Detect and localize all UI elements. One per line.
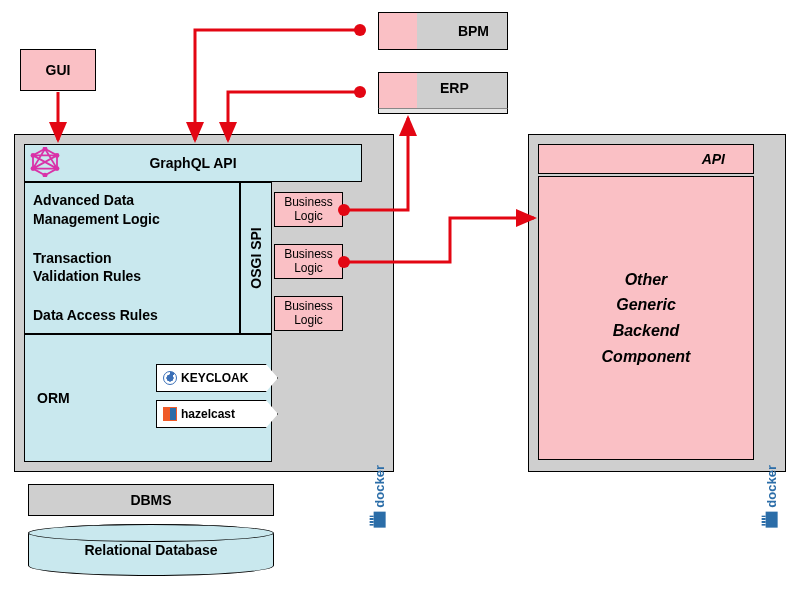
svg-point-2	[55, 153, 60, 158]
keycloak-label: KEYCLOAK	[181, 371, 248, 385]
other-text: Other Generic Backend Component	[602, 267, 691, 369]
other-l4: Component	[602, 344, 691, 370]
adv-line-5: Data Access Rules	[33, 306, 231, 325]
erp-db-strip	[378, 108, 508, 114]
hazelcast-tag: hazelcast	[156, 400, 278, 428]
advanced-logic-box: Advanced Data Management Logic Transacti…	[24, 182, 240, 334]
osgi-label: OSGI SPI	[248, 227, 264, 288]
adv-line-2: Management Logic	[33, 210, 231, 229]
bpm-label: BPM	[458, 23, 489, 39]
gui-label: GUI	[46, 62, 71, 78]
svg-point-5	[31, 166, 36, 171]
svg-point-3	[55, 166, 60, 171]
graphql-api-box: GraphQL API	[24, 144, 362, 182]
db-cylinder: Relational Database	[28, 524, 274, 576]
business-logic-1: Business Logic	[274, 192, 343, 227]
relational-db: Relational Database	[28, 524, 274, 576]
hazelcast-label: hazelcast	[181, 407, 235, 421]
docker-text: docker	[764, 465, 779, 508]
other-l1: Other	[602, 267, 691, 293]
adv-line-1: Advanced Data	[33, 191, 231, 210]
svg-point-8	[354, 24, 366, 36]
docker-label-left: docker	[372, 465, 387, 528]
dbms-label: DBMS	[130, 492, 171, 508]
reldb-label: Relational Database	[84, 542, 217, 558]
docker-text: docker	[372, 465, 387, 508]
graphql-label: GraphQL API	[149, 155, 236, 171]
svg-point-9	[354, 86, 366, 98]
bl3-label: Business Logic	[284, 300, 333, 326]
bl2-label: Business Logic	[284, 248, 333, 274]
other-backend-box: Other Generic Backend Component	[538, 176, 754, 460]
bpm-box: BPM	[378, 12, 508, 50]
orm-label: ORM	[37, 390, 70, 406]
gui-box: GUI	[20, 49, 96, 91]
osgi-spi-box: OSGI SPI	[240, 182, 272, 334]
other-l3: Backend	[602, 318, 691, 344]
adv-line-3: Transaction	[33, 249, 231, 268]
graphql-icon	[30, 147, 60, 177]
bl1-label: Business Logic	[284, 196, 333, 222]
api-label: API	[702, 151, 725, 167]
docker-icon	[374, 512, 386, 528]
docker-icon	[766, 512, 778, 528]
adv-group-2: Transaction Validation Rules	[33, 249, 231, 287]
other-l2: Generic	[602, 292, 691, 318]
svg-point-6	[31, 153, 36, 158]
adv-line-4: Validation Rules	[33, 267, 231, 286]
api-box: API	[538, 144, 754, 174]
keycloak-icon	[163, 371, 177, 385]
business-logic-3: Business Logic	[274, 296, 343, 331]
hazelcast-icon	[163, 407, 177, 421]
keycloak-tag: KEYCLOAK	[156, 364, 278, 392]
orm-box: ORM	[24, 334, 272, 462]
business-logic-2: Business Logic	[274, 244, 343, 279]
docker-label-right: docker	[764, 465, 779, 528]
erp-label: ERP	[440, 80, 469, 96]
dbms-box: DBMS	[28, 484, 274, 516]
erp-pink-part	[378, 72, 417, 110]
adv-group-1: Advanced Data Management Logic	[33, 191, 231, 229]
